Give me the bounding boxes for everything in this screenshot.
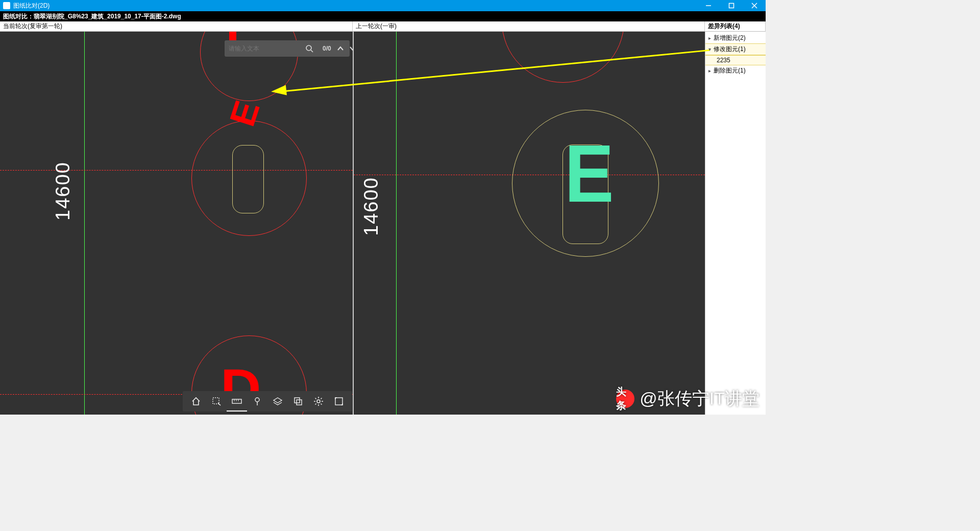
right-viewport[interactable]: 14600 E — [353, 32, 705, 415]
panel-header-row: 当前轮次(复审第一轮) 上一轮次(一审) 差异列表(4) — [0, 21, 766, 32]
left-panel-title: 当前轮次(复审第一轮) — [0, 21, 353, 31]
diff-item-deleted[interactable]: ▸ 删除图元(1) — [705, 65, 766, 76]
svg-point-17 — [317, 400, 320, 403]
diff-panel: ▸ 新增图元(2) ▾ 修改图元(1) 2235 ▸ 删除图元(1) — [705, 32, 766, 415]
window-controls — [697, 0, 766, 11]
pin-icon[interactable] — [247, 391, 267, 412]
zoom-window-icon[interactable] — [206, 391, 227, 412]
svg-rect-26 — [335, 398, 342, 405]
svg-point-12 — [255, 398, 259, 402]
main-area: 14600 E D 0/0 1460 — [0, 32, 766, 415]
svg-rect-16 — [297, 400, 302, 405]
grid-line-vertical — [84, 32, 85, 415]
right-panel-title: 上一轮次(一审) — [353, 21, 705, 31]
search-icon[interactable] — [305, 44, 313, 53]
watermark-text: @张传宁IT讲堂 — [640, 387, 760, 411]
home-icon[interactable] — [186, 391, 206, 412]
svg-line-22 — [315, 398, 316, 399]
grid-line-vertical — [396, 32, 397, 415]
diff-panel-title: 差异列表(4) — [705, 21, 766, 31]
bottom-toolbar — [183, 391, 352, 412]
maximize-button[interactable] — [720, 0, 743, 11]
app-icon — [3, 2, 10, 9]
diff-item-label: 新增图元(2) — [714, 34, 746, 42]
search-input[interactable] — [229, 45, 305, 52]
window-title: 图纸比对(2D) — [13, 2, 50, 10]
watermark-icon: 头条 — [616, 390, 634, 408]
svg-line-24 — [315, 404, 316, 405]
diff-item-label: 修改图元(1) — [714, 45, 746, 54]
file-bar: 图纸对比： 翡翠湖别院_G8%23_建筑_2019_10_17-平面图-2.dw… — [0, 11, 766, 21]
svg-rect-15 — [295, 398, 300, 403]
file-label-prefix: 图纸对比： — [3, 12, 34, 21]
diff-item-modified-child[interactable]: 2235 — [705, 55, 766, 65]
search-bar: 0/0 — [225, 40, 350, 57]
svg-line-23 — [321, 404, 322, 405]
svg-line-5 — [311, 50, 313, 52]
search-prev-button[interactable] — [334, 45, 347, 52]
svg-rect-8 — [232, 399, 241, 403]
copy-compare-icon[interactable] — [288, 391, 308, 412]
search-count: 0/0 — [323, 45, 331, 52]
search-next-button[interactable] — [347, 45, 353, 52]
dimension-label: 14600 — [360, 177, 382, 236]
layers-icon[interactable] — [267, 391, 288, 412]
svg-marker-14 — [274, 398, 282, 403]
tree-collapse-icon: ▸ — [708, 35, 714, 41]
expand-icon[interactable] — [329, 391, 349, 412]
svg-point-4 — [306, 45, 311, 51]
annotation-arrow-head — [271, 85, 287, 96]
svg-rect-1 — [729, 4, 733, 8]
diff-item-modified[interactable]: ▾ 修改图元(1) — [705, 43, 766, 55]
grid-bubble — [502, 32, 624, 83]
diff-item-child-label: 2235 — [717, 57, 730, 64]
minimize-button[interactable] — [697, 0, 720, 11]
title-bar: 图纸比对(2D) — [0, 0, 766, 11]
svg-line-25 — [321, 398, 322, 399]
file-name: 翡翠湖别院_G8%23_建筑_2019_10_17-平面图-2.dwg — [34, 12, 181, 21]
watermark: 头条 @张传宁IT讲堂 — [616, 387, 760, 411]
dimension-label: 14600 — [52, 161, 74, 221]
settings-icon[interactable] — [308, 391, 329, 412]
scallop-shape — [232, 145, 264, 213]
close-button[interactable] — [743, 0, 766, 11]
tree-collapse-icon: ▸ — [708, 68, 714, 74]
marker-letter-e: E — [565, 127, 614, 221]
diff-item-added[interactable]: ▸ 新增图元(2) — [705, 33, 766, 43]
diff-item-label: 删除图元(1) — [714, 66, 746, 75]
measure-icon[interactable] — [227, 391, 247, 412]
